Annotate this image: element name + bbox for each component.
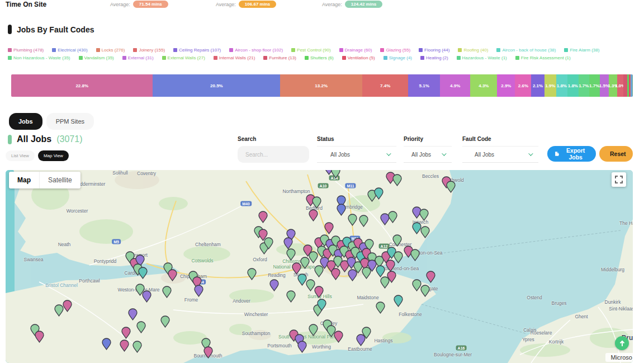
map-marker[interactable]: [388, 211, 397, 223]
map-marker[interactable]: [420, 226, 430, 238]
map-marker[interactable]: [309, 209, 318, 221]
map-marker[interactable]: [269, 279, 279, 291]
fullscreen-icon: [615, 176, 623, 183]
map-marker[interactable]: [162, 286, 172, 298]
fault-code-select[interactable]: All Jobs: [462, 146, 538, 163]
map-marker[interactable]: [297, 341, 307, 353]
map-marker[interactable]: [194, 285, 203, 297]
bar-segment: 1.7%: [589, 74, 600, 97]
map-marker[interactable]: [160, 315, 170, 328]
priority-select[interactable]: All Jobs: [404, 146, 452, 163]
map-type-map-button[interactable]: Map: [9, 172, 40, 188]
map-marker[interactable]: [128, 308, 138, 320]
map-marker[interactable]: [121, 327, 131, 339]
map-marker[interactable]: [314, 265, 324, 277]
map-city-label: Beccles: [422, 173, 439, 179]
map-marker[interactable]: [331, 268, 340, 280]
map-marker[interactable]: [303, 244, 312, 257]
search-input[interactable]: [238, 146, 309, 163]
legend-item: Vandalism (35): [79, 55, 114, 60]
map-marker[interactable]: [348, 269, 357, 281]
legend-item: Electrical (430): [52, 48, 87, 53]
legend-label: Fire Risk Assessment (1): [521, 55, 571, 60]
map-city-label: Cheltenham: [195, 242, 221, 247]
map-marker[interactable]: [135, 284, 145, 296]
bar-segment: 2.1%: [531, 74, 544, 97]
map-canvas[interactable]: AberystwythKidderminsterWorcesterSolihul…: [6, 170, 633, 363]
reset-button[interactable]: Reset: [599, 146, 633, 162]
map-marker[interactable]: [392, 174, 402, 186]
map-marker[interactable]: [376, 265, 385, 277]
map-marker[interactable]: [120, 340, 129, 352]
map-marker[interactable]: [426, 271, 435, 283]
road-shield: M5: [112, 239, 121, 244]
map-marker[interactable]: [312, 196, 321, 209]
map-marker[interactable]: [362, 327, 371, 339]
map-type-satellite-button[interactable]: Satellite: [40, 172, 80, 188]
map-marker[interactable]: [264, 237, 273, 249]
fault-codes-title: Jobs By Fault Codes: [17, 25, 94, 34]
map-marker[interactable]: [392, 234, 402, 247]
fault-codes-stacked-bar: 22.8%20.5%13.2%7.4%5.1%4.9%4.3%2.9%2.6%2…: [11, 74, 633, 97]
map-marker[interactable]: [334, 331, 343, 343]
map-marker[interactable]: [132, 341, 142, 353]
list-view-button[interactable]: List View: [6, 150, 35, 161]
fault-code-label: Fault Code: [462, 136, 491, 142]
map-marker[interactable]: [420, 285, 430, 297]
legend-label: Joinery (155): [139, 48, 165, 53]
map-marker[interactable]: [35, 331, 44, 343]
map-marker[interactable]: [446, 181, 456, 193]
map-marker[interactable]: [286, 290, 296, 303]
map-marker[interactable]: [394, 295, 403, 307]
map-marker[interactable]: [247, 268, 257, 280]
map-marker[interactable]: [331, 170, 340, 178]
map-marker[interactable]: [374, 187, 383, 200]
map-marker[interactable]: [203, 346, 213, 359]
map-marker[interactable]: [63, 300, 72, 312]
status-select[interactable]: All Jobs: [317, 146, 396, 163]
map-marker[interactable]: [314, 286, 324, 298]
map-marker[interactable]: [376, 301, 385, 314]
map-marker[interactable]: [359, 215, 368, 227]
scroll-to-top-button[interactable]: [615, 336, 629, 350]
map-marker[interactable]: [258, 211, 268, 223]
map-marker[interactable]: [136, 321, 146, 333]
map-marker[interactable]: [168, 269, 177, 281]
legend-label: External (31): [128, 55, 154, 60]
map-marker[interactable]: [300, 257, 310, 269]
tab-jobs[interactable]: Jobs: [9, 113, 42, 130]
map-marker[interactable]: [102, 338, 111, 350]
map-marker[interactable]: [386, 260, 395, 272]
fault-codes-section-header: Jobs By Fault Codes: [8, 25, 94, 34]
legend-swatch: [515, 56, 519, 60]
fullscreen-button[interactable]: [612, 172, 626, 187]
map-marker[interactable]: [324, 222, 334, 234]
export-jobs-button[interactable]: Export Jobs: [547, 146, 596, 162]
map-city-label: Swansea: [24, 257, 44, 262]
map-marker[interactable]: [419, 209, 429, 221]
map-marker[interactable]: [362, 267, 371, 279]
map-marker[interactable]: [138, 267, 148, 279]
map-marker[interactable]: [286, 248, 296, 261]
road-shield: M11: [345, 183, 356, 188]
map-view-button[interactable]: Map View: [38, 150, 69, 161]
legend-label: Glazing (55): [386, 48, 410, 53]
tab-ppm-sites[interactable]: PPM Sites: [46, 113, 94, 130]
map-marker[interactable]: [380, 276, 390, 289]
map-marker[interactable]: [317, 299, 326, 311]
map-city-label: Eastbourne: [348, 346, 372, 352]
map-marker[interactable]: [283, 237, 293, 249]
road-shield: M40: [240, 201, 252, 206]
export-icon: [555, 150, 559, 157]
map-marker[interactable]: [348, 214, 357, 226]
map-marker[interactable]: [410, 249, 420, 261]
legend-label: Plumbing (478): [13, 48, 44, 53]
map-city-label: Coventry: [137, 171, 156, 176]
map-city-label: Boulogne-sur-Mer: [434, 352, 472, 357]
map-marker[interactable]: [309, 324, 318, 336]
legend-swatch: [8, 56, 12, 60]
map-marker[interactable]: [337, 204, 346, 216]
map-marker[interactable]: [292, 262, 301, 275]
average-value-badge: 124.42 mins: [345, 1, 382, 8]
legend-swatch: [96, 48, 100, 52]
